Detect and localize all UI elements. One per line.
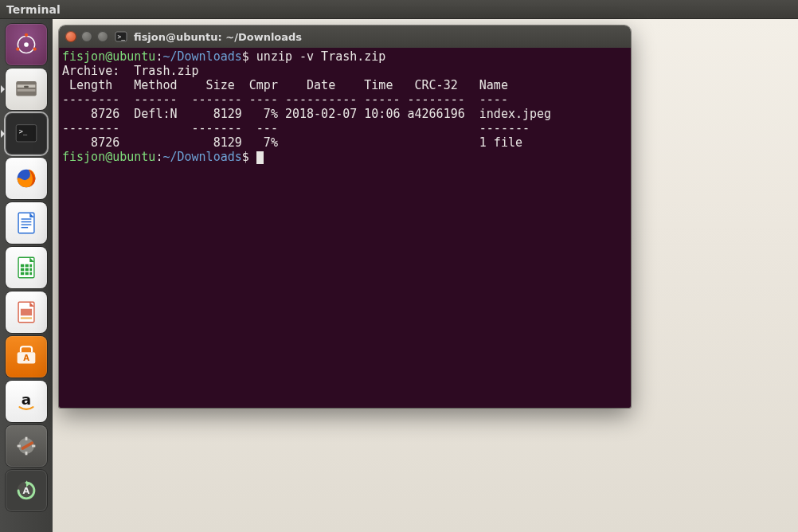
unity-launcher: >_ — [0, 19, 53, 532]
svg-rect-21 — [29, 264, 32, 268]
amazon-icon: a — [13, 388, 40, 415]
svg-point-4 — [33, 48, 37, 51]
ubuntu-software-button[interactable]: A — [6, 336, 47, 377]
software-updater-button[interactable]: A — [6, 470, 47, 511]
prompt-path: ~/Downloads — [162, 150, 241, 164]
svg-rect-14 — [22, 218, 32, 219]
window-button-group — [65, 31, 108, 42]
svg-text:A: A — [23, 354, 29, 362]
running-indicator — [1, 130, 5, 138]
svg-text:a: a — [22, 391, 31, 408]
files-button[interactable] — [6, 68, 47, 110]
unzip-row: 8726 Defl:N 8129 7% 2018-02-07 10:06 a42… — [62, 107, 551, 121]
calc-button[interactable] — [6, 247, 47, 288]
libreoffice-impress-icon — [13, 299, 40, 326]
svg-point-3 — [16, 48, 19, 51]
svg-rect-22 — [21, 268, 24, 272]
svg-point-2 — [25, 33, 28, 37]
dash-button[interactable] — [6, 24, 47, 65]
writer-button[interactable] — [6, 202, 47, 244]
ubuntu-software-icon: A — [13, 343, 40, 370]
files-icon — [13, 76, 40, 103]
libreoffice-calc-icon — [13, 254, 40, 281]
svg-rect-8 — [24, 86, 29, 88]
system-settings-icon — [13, 432, 40, 460]
terminal-titlebar[interactable]: >_ fisjon@ubuntu: ~/Downloads — [59, 25, 631, 49]
svg-point-1 — [24, 42, 29, 47]
svg-rect-24 — [29, 268, 32, 272]
running-indicator — [1, 85, 5, 93]
dash-icon — [13, 31, 40, 58]
system-settings-button[interactable] — [6, 425, 47, 467]
terminal-output[interactable]: fisjon@ubuntu:~/Downloads$ unzip -v Tras… — [59, 48, 631, 408]
terminal-window: >_ fisjon@ubuntu: ~/Downloads fisjon@ubu… — [59, 25, 631, 408]
svg-rect-15 — [22, 221, 32, 222]
svg-rect-5 — [16, 81, 37, 96]
svg-rect-35 — [25, 437, 28, 440]
svg-rect-29 — [21, 309, 32, 316]
svg-rect-36 — [25, 452, 28, 455]
svg-rect-23 — [25, 268, 29, 272]
unzip-rule-top: -------- ------ ------- ---- ---------- … — [62, 92, 508, 107]
svg-rect-37 — [18, 445, 21, 448]
svg-rect-27 — [29, 272, 32, 276]
terminal-icon: >_ — [13, 120, 40, 147]
prompt-path: ~/Downloads — [162, 49, 241, 64]
svg-text:>_: >_ — [118, 33, 126, 41]
window-close-button[interactable] — [65, 31, 76, 42]
unzip-total: 8726 8129 7% 1 file — [62, 135, 522, 150]
terminal-button[interactable]: >_ — [6, 113, 47, 155]
svg-text:A: A — [23, 485, 30, 496]
svg-rect-25 — [21, 272, 24, 276]
prompt-dollar: $ — [242, 49, 256, 64]
unzip-rule-bottom: -------- ------- --- ------- — [62, 121, 530, 135]
menubar-app-title: Terminal — [6, 3, 61, 16]
svg-rect-38 — [32, 445, 35, 448]
impress-button[interactable] — [6, 291, 47, 333]
svg-rect-7 — [18, 89, 36, 92]
svg-rect-19 — [21, 264, 24, 268]
svg-rect-30 — [21, 317, 32, 319]
terminal-cursor — [256, 151, 264, 164]
terminal-title-text: fisjon@ubuntu: ~/Downloads — [134, 31, 302, 43]
prompt-user: fisjon@ubuntu — [62, 49, 155, 64]
window-maximize-button[interactable] — [97, 31, 108, 42]
command-text: unzip -v Trash.zip — [256, 49, 386, 64]
top-menubar: Terminal — [0, 0, 798, 19]
archive-label: Archive: — [62, 64, 134, 78]
amazon-button[interactable]: a — [6, 381, 47, 422]
firefox-button[interactable] — [6, 158, 47, 199]
svg-rect-16 — [22, 224, 32, 225]
firefox-icon — [13, 165, 40, 192]
svg-text:>_: >_ — [19, 127, 28, 135]
archive-name: Trash.zip — [134, 64, 198, 78]
svg-rect-20 — [25, 264, 29, 268]
unzip-header: Length Method Size Cmpr Date Time CRC-32… — [62, 78, 508, 92]
prompt-user: fisjon@ubuntu — [62, 150, 155, 164]
software-updater-icon: A — [13, 477, 40, 504]
libreoffice-writer-icon — [13, 209, 40, 237]
svg-rect-26 — [25, 272, 29, 276]
window-minimize-button[interactable] — [81, 31, 92, 42]
prompt-dollar: $ — [242, 150, 256, 164]
terminal-titlebar-icon: >_ — [115, 30, 127, 43]
svg-rect-17 — [22, 227, 29, 228]
